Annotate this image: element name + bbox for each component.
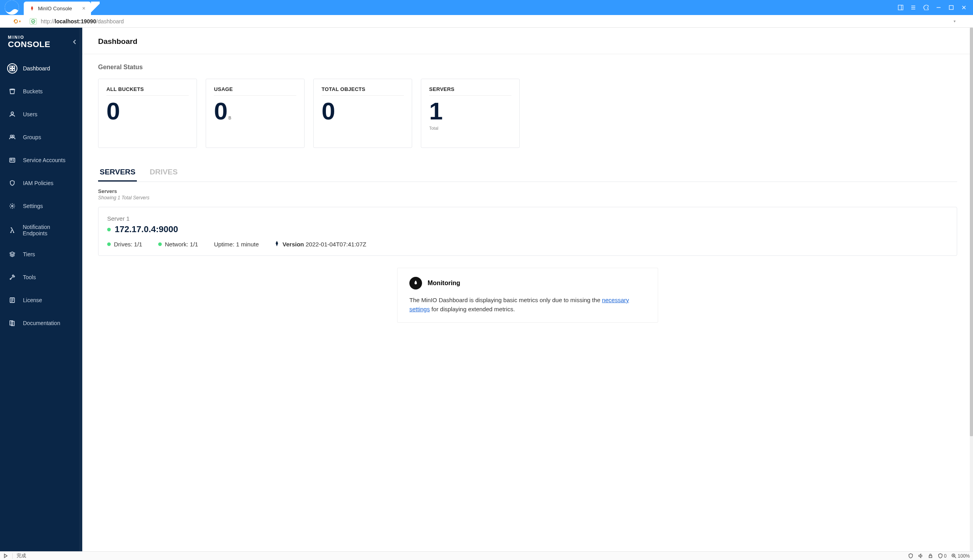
card-label: TOTAL OBJECTS xyxy=(322,86,404,96)
sidebar-item-dashboard[interactable]: Dashboard xyxy=(0,57,82,80)
doc-icon xyxy=(7,318,17,328)
svg-rect-21 xyxy=(13,69,15,71)
server-drives: Drives: 1/1 xyxy=(107,241,142,248)
url-path: /dashboard xyxy=(96,18,124,25)
general-status-heading: General Status xyxy=(98,64,957,71)
sidebar-item-label: Dashboard xyxy=(23,65,50,72)
dropdown-icon[interactable]: ▾ xyxy=(954,19,956,23)
notice-text: The MinIO Dashboard is displaying basic … xyxy=(409,296,646,314)
svg-rect-1 xyxy=(898,5,903,10)
sidebar-item-license[interactable]: License xyxy=(0,289,82,312)
close-window-icon[interactable] xyxy=(961,5,967,10)
servers-showing: Showing 1 Total Servers xyxy=(98,195,957,201)
sidebar-item-service-accounts[interactable]: Service Accounts xyxy=(0,149,82,172)
collapse-sidebar-icon[interactable] xyxy=(73,39,77,46)
servers-heading: Servers xyxy=(98,188,957,194)
sidebar-item-notification-endpoints[interactable]: Notification Endpoints xyxy=(0,218,82,243)
svg-rect-38 xyxy=(929,556,932,558)
shield-icon xyxy=(7,178,17,188)
sidebar-item-label: License xyxy=(23,297,42,303)
browser-statusbar: 完成 0 100% xyxy=(0,551,973,560)
window-controls xyxy=(898,0,973,15)
svg-rect-19 xyxy=(13,66,15,68)
server-uptime: Uptime: 1 minute xyxy=(214,241,259,248)
status-zoom[interactable]: 100% xyxy=(951,553,970,559)
svg-point-27 xyxy=(11,159,12,160)
card-label: USAGE xyxy=(214,86,296,96)
brand-line1: MINIO xyxy=(8,35,74,40)
tab-servers[interactable]: SERVERS xyxy=(98,164,137,182)
sidebar-item-label: Users xyxy=(23,111,38,117)
sidebar-item-buckets[interactable]: Buckets xyxy=(0,80,82,103)
sidebar-item-tools[interactable]: Tools xyxy=(0,266,82,289)
scrollbar[interactable] xyxy=(970,28,973,551)
browser-addressbar: ▾ http://localhost:19090/dashboard ▾ xyxy=(0,15,973,28)
card-label: SERVERS xyxy=(429,86,511,96)
url-prefix: http:// xyxy=(41,18,55,25)
user-icon xyxy=(7,109,17,119)
page-title: Dashboard xyxy=(82,28,973,54)
sidebar-item-label: Service Accounts xyxy=(23,157,65,163)
svg-rect-20 xyxy=(10,69,12,71)
browser-logo xyxy=(0,0,24,15)
sidebar-item-settings[interactable]: Settings xyxy=(0,195,82,218)
sidebar-item-label: Notification Endpoints xyxy=(23,224,75,236)
svg-line-40 xyxy=(955,556,956,558)
url-field[interactable]: http://localhost:19090/dashboard xyxy=(41,18,935,25)
sidebar-item-tiers[interactable]: Tiers xyxy=(0,243,82,266)
url-host: localhost:19090 xyxy=(55,18,96,25)
stat-card-total-objects: TOTAL OBJECTS0 xyxy=(313,79,412,148)
nav: DashboardBucketsUsersGroupsService Accou… xyxy=(0,57,82,335)
tools-icon xyxy=(7,272,17,282)
card-value: 0 xyxy=(322,99,404,123)
svg-point-23 xyxy=(11,112,13,114)
tab-close-icon[interactable]: × xyxy=(82,5,85,11)
main: Dashboard General Status ALL BUCKETS0USA… xyxy=(82,28,973,551)
sidebar-item-label: Settings xyxy=(23,203,43,209)
play-icon[interactable] xyxy=(3,553,8,558)
svg-point-24 xyxy=(10,135,12,137)
security-icon[interactable] xyxy=(30,18,37,25)
card-label: ALL BUCKETS xyxy=(106,86,189,96)
sidebar-item-label: IAM Policies xyxy=(23,180,53,186)
sidebar-item-label: Tiers xyxy=(23,251,35,257)
status-shield-icon[interactable] xyxy=(908,553,913,558)
sidebar-item-groups[interactable]: Groups xyxy=(0,126,82,149)
server-version: Version 2022-01-04T07:41:07Z xyxy=(274,241,366,248)
status-text: 完成 xyxy=(17,552,26,559)
svg-rect-18 xyxy=(10,66,12,68)
sidebar-item-users[interactable]: Users xyxy=(0,103,82,126)
monitoring-notice: Monitoring The MinIO Dashboard is displa… xyxy=(397,268,658,323)
svg-point-30 xyxy=(11,205,13,207)
tab-title: MinIO Console xyxy=(38,6,72,11)
bucket-icon xyxy=(7,86,17,96)
sidebar-item-iam-policies[interactable]: IAM Policies xyxy=(0,172,82,195)
extension-icon[interactable] xyxy=(923,5,929,10)
status-sound-icon[interactable] xyxy=(918,553,923,558)
tab-tail xyxy=(91,2,100,15)
status-block-count[interactable]: 0 xyxy=(938,553,947,559)
sidebar-item-documentation[interactable]: Documentation xyxy=(0,312,82,335)
sidebar-item-label: Documentation xyxy=(23,320,60,326)
notice-title: Monitoring xyxy=(428,280,460,287)
minio-favicon-icon xyxy=(29,6,35,11)
status-lock-icon[interactable] xyxy=(928,553,933,558)
sidebar-item-label: Groups xyxy=(23,134,41,140)
id-icon xyxy=(7,155,17,165)
maximize-icon[interactable] xyxy=(948,5,954,10)
card-value: 0B xyxy=(214,99,296,123)
layers-icon xyxy=(7,249,17,259)
minimize-icon[interactable] xyxy=(936,5,941,10)
brand: MINIO CONSOLE xyxy=(0,32,82,55)
panel-icon[interactable] xyxy=(898,5,903,10)
undo-icon[interactable]: ▾ xyxy=(13,19,21,24)
tab-drives[interactable]: DRIVES xyxy=(148,164,179,182)
server-card[interactable]: Server 1 172.17.0.4:9000 Drives: 1/1 Net… xyxy=(98,207,957,256)
card-value: 1 xyxy=(429,99,511,123)
server-network: Network: 1/1 xyxy=(158,241,198,248)
browser-tab[interactable]: MinIO Console × xyxy=(24,2,91,15)
stat-card-all-buckets: ALL BUCKETS0 xyxy=(98,79,197,148)
menu-icon[interactable] xyxy=(911,5,916,10)
stat-card-servers: SERVERS1Total xyxy=(421,79,520,148)
sidebar-item-label: Buckets xyxy=(23,88,43,95)
